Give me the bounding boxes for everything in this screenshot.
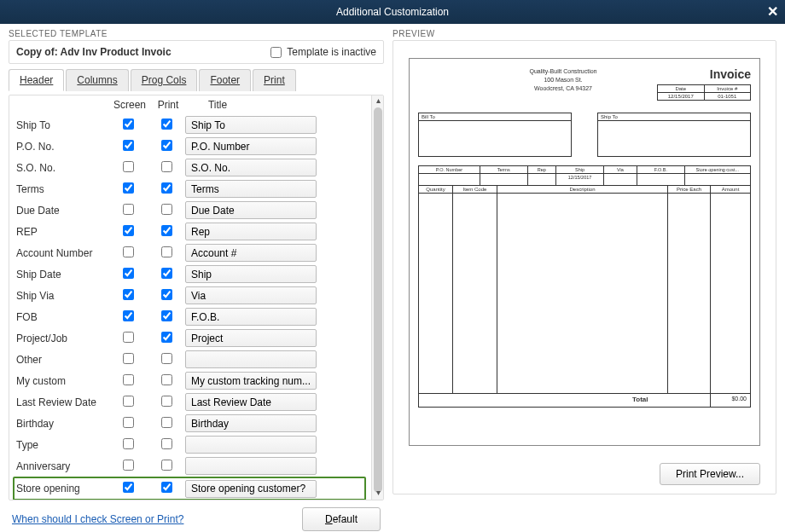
field-row: Other (16, 349, 366, 370)
screen-checkbox[interactable] (123, 332, 134, 343)
print-checkbox[interactable] (161, 161, 172, 172)
screen-checkbox[interactable] (123, 246, 134, 257)
screen-checkbox[interactable] (123, 353, 134, 364)
field-row: Type (16, 434, 366, 455)
tab-columns[interactable]: Columns (66, 69, 128, 91)
field-row: Due Date (16, 200, 366, 221)
scroll-down-icon[interactable]: ▾ (372, 488, 384, 500)
print-checkbox[interactable] (161, 396, 172, 407)
tab-prog-cols[interactable]: Prog Cols (131, 69, 198, 91)
field-label: Other (16, 354, 108, 366)
default-button[interactable]: Default (302, 507, 381, 531)
field-label: Type (16, 439, 108, 451)
title-input[interactable] (185, 286, 317, 304)
print-checkbox[interactable] (161, 417, 172, 428)
field-label: Due Date (16, 205, 108, 217)
screen-checkbox[interactable] (123, 268, 134, 279)
scroll-up-icon[interactable]: ▴ (372, 95, 384, 107)
field-row: Last Review Date (16, 391, 366, 413)
title-input[interactable] (185, 265, 317, 283)
field-row: Terms (16, 178, 366, 200)
title-input[interactable] (185, 436, 317, 454)
scrollbar-thumb[interactable] (374, 107, 382, 493)
print-checkbox[interactable] (161, 140, 172, 151)
screen-checkbox[interactable] (123, 374, 134, 385)
print-checkbox[interactable] (161, 460, 172, 471)
screen-checkbox[interactable] (123, 289, 134, 300)
field-row: S.O. No. (16, 157, 366, 178)
scrollbar[interactable]: ▴ ▾ (371, 95, 383, 500)
close-icon[interactable]: ✕ (767, 3, 778, 20)
preview-header-strip: P.O. Number Terms Rep Ship12/15/2017 Via… (418, 165, 751, 186)
preview-paper: Quality-Built Construction 100 Mason St.… (409, 58, 760, 446)
field-row: REP (16, 221, 366, 242)
title-input[interactable] (185, 308, 317, 326)
preview-line-table: Quantity Item Code Description Price Eac… (418, 186, 751, 394)
title-input[interactable] (185, 180, 317, 198)
print-checkbox[interactable] (161, 246, 172, 257)
print-checkbox[interactable] (161, 482, 172, 493)
screen-checkbox[interactable] (123, 119, 134, 130)
screen-checkbox[interactable] (123, 182, 134, 194)
title-input[interactable] (185, 350, 317, 368)
screen-checkbox[interactable] (123, 310, 134, 321)
field-label: Ship Date (16, 269, 108, 280)
template-inactive-wrap[interactable]: Template is inactive (270, 46, 376, 58)
template-name: Copy of: Adv Inv Product Invoic (16, 46, 172, 58)
field-label: Ship To (16, 119, 108, 131)
print-checkbox[interactable] (161, 374, 172, 385)
fields-grid: Screen Print Title Ship ToP.O. No.S.O. N… (9, 95, 384, 500)
screen-checkbox[interactable] (123, 460, 134, 471)
title-input[interactable] (185, 137, 317, 155)
print-checkbox[interactable] (161, 268, 172, 279)
print-checkbox[interactable] (161, 204, 172, 215)
title-input[interactable] (185, 329, 317, 347)
print-checkbox[interactable] (161, 225, 172, 236)
col-header-print: Print (149, 99, 187, 111)
print-preview-button[interactable]: Print Preview... (660, 463, 760, 485)
screen-checkbox[interactable] (123, 140, 134, 151)
field-label: Project/Job (16, 332, 108, 344)
col-header-title: Title (187, 99, 230, 111)
screen-checkbox[interactable] (123, 204, 134, 215)
print-checkbox[interactable] (161, 289, 172, 300)
selected-template-label: SELECTED TEMPLATE (9, 29, 384, 40)
tab-header[interactable]: Header (9, 69, 64, 91)
title-input[interactable] (185, 457, 317, 475)
field-row: P.O. No. (16, 136, 366, 157)
field-label: FOB (16, 311, 108, 323)
screen-checkbox[interactable] (123, 396, 134, 407)
preview-label: PREVIEW (392, 29, 776, 40)
field-label: Anniversary (16, 460, 108, 472)
screen-checkbox[interactable] (123, 438, 134, 449)
title-input[interactable] (185, 244, 317, 262)
field-label: Birthday (16, 418, 108, 430)
tabs: Header Columns Prog Cols Footer Print (9, 69, 384, 91)
preview-shipto-box: Ship To (597, 113, 751, 157)
title-input[interactable] (185, 393, 317, 411)
print-checkbox[interactable] (161, 310, 172, 321)
tab-footer[interactable]: Footer (199, 69, 251, 91)
template-inactive-checkbox[interactable] (270, 47, 282, 58)
preview-date-inv-box: Date12/15/2017 Invoice #01-1051 (657, 84, 751, 101)
title-input[interactable] (185, 480, 317, 498)
tab-print[interactable]: Print (253, 69, 296, 91)
title-input[interactable] (185, 372, 317, 390)
field-label: P.O. No. (16, 141, 108, 153)
screen-checkbox[interactable] (123, 225, 134, 236)
help-link[interactable]: When should I check Screen or Print? (12, 513, 183, 525)
title-input[interactable] (185, 201, 317, 219)
title-input[interactable] (185, 116, 317, 134)
screen-checkbox[interactable] (123, 161, 134, 172)
title-input[interactable] (185, 414, 317, 432)
print-checkbox[interactable] (161, 182, 172, 194)
field-row: Birthday (16, 413, 366, 434)
title-input[interactable] (185, 159, 317, 176)
screen-checkbox[interactable] (123, 417, 134, 428)
title-input[interactable] (185, 223, 317, 240)
print-checkbox[interactable] (161, 332, 172, 343)
print-checkbox[interactable] (161, 119, 172, 130)
screen-checkbox[interactable] (123, 482, 134, 493)
print-checkbox[interactable] (161, 353, 172, 364)
print-checkbox[interactable] (161, 438, 172, 449)
